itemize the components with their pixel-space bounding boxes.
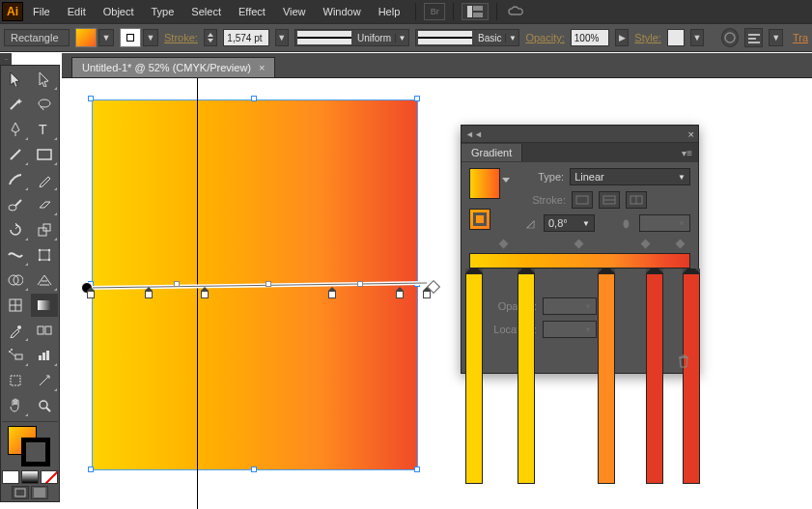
stroke-weight-stepper[interactable]	[204, 29, 217, 46]
menu-bar[interactable]: Ai File Edit Object Type Select Effect V…	[0, 0, 812, 23]
menu-select[interactable]: Select	[183, 2, 229, 21]
pencil-tool[interactable]	[31, 168, 58, 191]
gradient-midpoint-diamond[interactable]	[574, 240, 583, 249]
menu-file[interactable]: File	[25, 2, 58, 21]
panel-tab-gradient[interactable]: Gradient	[462, 144, 522, 161]
transform-link[interactable]: Tra	[793, 32, 808, 43]
eyedropper-tool[interactable]	[2, 319, 29, 342]
gradient-midpoint-handle[interactable]	[174, 281, 180, 287]
pen-tool[interactable]	[2, 118, 29, 141]
align-panel-button[interactable]	[744, 28, 764, 47]
lasso-tool[interactable]	[31, 93, 58, 116]
stroke-gradient-along-button[interactable]	[599, 191, 620, 209]
panel-menu-icon[interactable]: ▾≡	[676, 148, 698, 158]
menu-view[interactable]: View	[275, 2, 314, 21]
gradient-tool[interactable]	[31, 294, 58, 317]
selection-type-label[interactable]: Rectangle	[4, 29, 70, 46]
gradient-stroke-preview[interactable]	[469, 209, 490, 230]
stroke-swatch-dropdown[interactable]: ▼	[143, 29, 158, 46]
eraser-tool[interactable]	[31, 193, 58, 216]
gradient-fill-preview[interactable]	[469, 168, 500, 199]
gradient-stop-handle[interactable]	[145, 291, 153, 300]
mesh-tool[interactable]	[2, 294, 29, 317]
artboard-tool[interactable]	[2, 369, 29, 392]
gradient-mode-button[interactable]	[21, 470, 39, 484]
gradient-stop-handle[interactable]	[201, 291, 209, 300]
blend-tool[interactable]	[31, 319, 58, 342]
bridge-button[interactable]: Br	[424, 3, 445, 20]
gradient-stop[interactable]	[646, 269, 656, 484]
fill-swatch[interactable]	[75, 28, 97, 47]
stroke-weight-field[interactable]: 1,574 pt	[223, 29, 268, 46]
fill-stroke-indicator[interactable]	[2, 426, 58, 468]
menu-window[interactable]: Window	[316, 2, 369, 21]
scale-tool[interactable]	[31, 218, 58, 241]
gradient-annotator[interactable]	[87, 279, 431, 297]
sync-settings-icon[interactable]	[505, 3, 526, 20]
rotate-tool[interactable]	[2, 218, 29, 241]
variable-width-profile[interactable]: Uniform ▼	[294, 29, 409, 46]
selection-handle[interactable]	[88, 96, 94, 101]
zoom-tool[interactable]	[31, 394, 58, 417]
gradient-midpoint-diamond[interactable]	[640, 240, 650, 249]
brush-definition[interactable]: Basic ▼	[415, 29, 519, 46]
selection-handle[interactable]	[251, 96, 257, 101]
menu-effect[interactable]: Effect	[231, 2, 273, 21]
menu-help[interactable]: Help	[371, 2, 408, 21]
type-tool[interactable]: T	[31, 118, 58, 141]
column-graph-tool[interactable]	[31, 344, 58, 367]
delete-stop-icon[interactable]	[677, 353, 692, 371]
gradient-stop[interactable]	[465, 269, 475, 484]
gradient-ramp[interactable]	[469, 253, 690, 269]
document-tab[interactable]: Untitled-1* @ 52% (CMYK/Preview) ×	[71, 57, 275, 77]
gradient-angle-field[interactable]: 0,8°▼	[544, 214, 595, 232]
perspective-grid-tool[interactable]	[31, 269, 58, 292]
gradient-midpoint-diamond[interactable]	[676, 240, 686, 249]
gradient-stop-handle[interactable]	[396, 291, 404, 300]
graphic-style-swatch[interactable]	[667, 29, 685, 46]
menu-edit[interactable]: Edit	[60, 2, 94, 21]
gradient-midpoint-handle[interactable]	[266, 281, 271, 287]
stroke-label[interactable]: Stroke:	[164, 32, 198, 43]
arrange-documents-button[interactable]	[462, 3, 489, 20]
change-screen-mode-button[interactable]	[31, 486, 48, 499]
gradient-preset-dropdown-icon[interactable]	[502, 178, 510, 183]
direct-selection-tool[interactable]	[31, 68, 58, 91]
gradient-midpoint-handle[interactable]	[357, 281, 363, 287]
gradient-type-select[interactable]: Linear▼	[570, 168, 690, 185]
selection-handle[interactable]	[251, 467, 257, 472]
align-dropdown[interactable]: ▼	[769, 29, 782, 46]
stroke-indicator[interactable]	[21, 438, 50, 467]
paintbrush-tool[interactable]	[2, 168, 29, 191]
color-mode-button[interactable]	[2, 470, 19, 484]
symbol-sprayer-tool[interactable]	[2, 344, 29, 367]
panel-header[interactable]: ◄◄ ×	[462, 126, 698, 143]
gradient-panel[interactable]: ◄◄ × Gradient ▾≡ Type: Linear▼ Stroke:	[461, 125, 699, 374]
gradient-stop-handle[interactable]	[87, 291, 95, 300]
opacity-field[interactable]: 100%	[571, 29, 609, 46]
toolbar-grip[interactable]: ··	[0, 53, 12, 65]
selection-tool[interactable]	[2, 68, 29, 91]
hand-tool[interactable]	[2, 394, 29, 417]
selection-handle[interactable]	[414, 96, 420, 101]
gradient-midpoint-diamond[interactable]	[499, 240, 509, 249]
opacity-label[interactable]: Opacity:	[525, 32, 564, 43]
panel-close-icon[interactable]: ×	[688, 128, 694, 140]
magic-wand-tool[interactable]	[2, 93, 29, 116]
stroke-swatch[interactable]	[120, 28, 141, 47]
stroke-gradient-within-button[interactable]	[572, 191, 593, 209]
gradient-stop[interactable]	[518, 269, 527, 484]
normal-screen-mode-button[interactable]	[12, 486, 29, 499]
gradient-stop-handle[interactable]	[423, 291, 431, 300]
free-transform-tool[interactable]	[31, 243, 58, 267]
gradient-stop[interactable]	[683, 269, 692, 484]
recolor-artwork-button[interactable]	[721, 28, 739, 47]
stroke-gradient-across-button[interactable]	[626, 191, 647, 209]
opacity-dropdown[interactable]: ▶	[615, 29, 629, 46]
gradient-stop-handle[interactable]	[328, 291, 336, 300]
menu-object[interactable]: Object	[96, 2, 142, 21]
graphic-style-dropdown[interactable]: ▼	[690, 29, 704, 46]
none-mode-button[interactable]	[41, 470, 58, 484]
rectangle-tool[interactable]	[31, 143, 58, 166]
stroke-weight-dropdown[interactable]: ▼	[275, 29, 289, 46]
